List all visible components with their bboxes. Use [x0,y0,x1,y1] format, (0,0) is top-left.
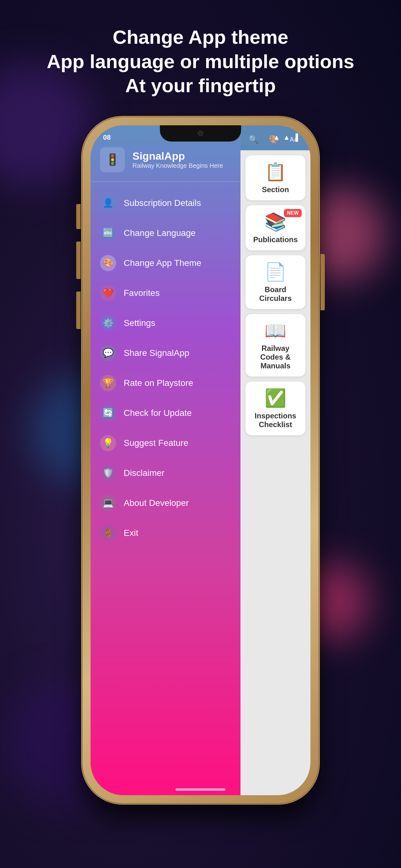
menu-item-language[interactable]: 🔤 Change Language [91,218,240,248]
subscription-icon: 👤 [100,195,116,211]
card-publications[interactable]: NEW 📚 Publications [245,205,305,250]
codes-label: Railway Codes & Manuals [252,344,299,370]
app-subtitle: Railway Knowledge Begins Here [132,162,223,169]
phone-mute-button [76,204,80,229]
rate-label: Rate on Playstore [124,378,193,388]
phone-mockup: 08 ▲ ▲ ▐ 🚦 SignalApp [82,117,319,804]
menu-item-subscription[interactable]: 👤 Subscription Details [91,188,240,218]
exit-label: Exit [124,528,138,538]
drawer-menu: 👤 Subscription Details 🔤 Change Language [91,185,240,551]
card-checklist[interactable]: ✅ Inspections Checklist [245,381,305,435]
circulars-label: Board Circulars [252,285,299,303]
about-label: About Developer [124,498,189,508]
language-label: Change Language [124,228,196,238]
subscription-label: Subscription Details [124,198,201,208]
phone-camera [198,131,203,136]
menu-item-update[interactable]: 🔄 Check for Update [91,398,240,428]
section-label: Section [262,185,289,194]
header-line3: At your fingertip [46,73,354,98]
phone-vol-down-button [76,291,80,329]
section-icon: 📋 [265,161,287,182]
header-line1: Change App theme [46,25,354,50]
suggest-icon: 💡 [100,435,116,451]
settings-label: Settings [124,318,155,328]
card-grid: 📋 Section NEW 📚 Publications 📄 Board Cir… [240,150,310,440]
settings-icon: ⚙️ [100,315,116,331]
menu-item-theme[interactable]: 🎨 Change App Theme [91,248,240,278]
header-line2: App language or multiple options [46,50,354,74]
home-indicator [175,788,226,791]
theme-label: Change App Theme [124,258,201,268]
codes-icon: 📖 [265,320,287,341]
checklist-label: Inspections Checklist [252,411,299,429]
publications-label: Publications [253,235,298,244]
app-name: SignalApp [132,150,223,162]
language-icon: 🔤 [100,225,116,241]
status-icons: ▲ ▲ ▐ [273,133,298,142]
menu-item-disclaimer[interactable]: 🛡️ Disclaimer [91,458,240,488]
phone-power-button [321,254,325,310]
phone-frame: 08 ▲ ▲ ▐ 🚦 SignalApp [82,117,319,804]
menu-item-about[interactable]: 💻 About Developer [91,488,240,518]
card-section[interactable]: 📋 Section [245,155,305,200]
menu-item-share[interactable]: 💬 Share SignalApp [91,338,240,368]
new-badge: NEW [284,209,302,217]
suggest-label: Suggest Feature [124,438,188,448]
theme-icon: 🎨 [100,255,116,271]
phone-vol-up-button [76,242,80,279]
publications-icon: 📚 [265,212,287,232]
signal-icon: ▲ [283,133,290,142]
card-circulars[interactable]: 📄 Board Circulars [245,255,305,309]
favorites-label: Favorites [124,288,160,298]
screen-content: 🚦 SignalApp Railway Knowledge Begins Her… [91,125,310,795]
wifi-icon: ▲ [273,133,280,142]
main-content-area: 🔍 🎨 Aa 📋 Section NEW 📚 Publications [240,125,310,795]
disclaimer-label: Disclaimer [124,468,165,478]
promo-header: Change App theme App language or multipl… [22,25,379,98]
update-icon: 🔄 [100,405,116,421]
rate-icon: 🏆 [100,375,116,391]
about-icon: 💻 [100,495,116,511]
battery-icon: ▐ [293,133,298,142]
menu-item-rate[interactable]: 🏆 Rate on Playstore [91,368,240,398]
phone-notch [160,125,241,142]
menu-item-favorites[interactable]: ❤️ Favorites [91,278,240,308]
nav-drawer: 🚦 SignalApp Railway Knowledge Begins Her… [91,125,240,795]
app-info: SignalApp Railway Knowledge Begins Here [132,150,223,169]
disclaimer-icon: 🛡️ [100,465,116,481]
favorites-icon: ❤️ [100,285,116,301]
checklist-icon: ✅ [265,388,287,408]
app-logo: 🚦 [100,147,125,172]
menu-item-exit[interactable]: 🚪 Exit [91,518,240,548]
circulars-icon: 📄 [265,261,287,282]
update-label: Check for Update [124,408,192,418]
card-codes[interactable]: 📖 Railway Codes & Manuals [245,314,305,376]
app-logo-icon: 🚦 [106,153,120,166]
share-label: Share SignalApp [124,348,189,358]
phone-screen: 08 ▲ ▲ ▐ 🚦 SignalApp [91,125,310,795]
share-icon: 💬 [100,345,116,361]
exit-icon: 🚪 [100,525,116,541]
menu-item-settings[interactable]: ⚙️ Settings [91,308,240,338]
menu-item-suggest[interactable]: 💡 Suggest Feature [91,428,240,458]
